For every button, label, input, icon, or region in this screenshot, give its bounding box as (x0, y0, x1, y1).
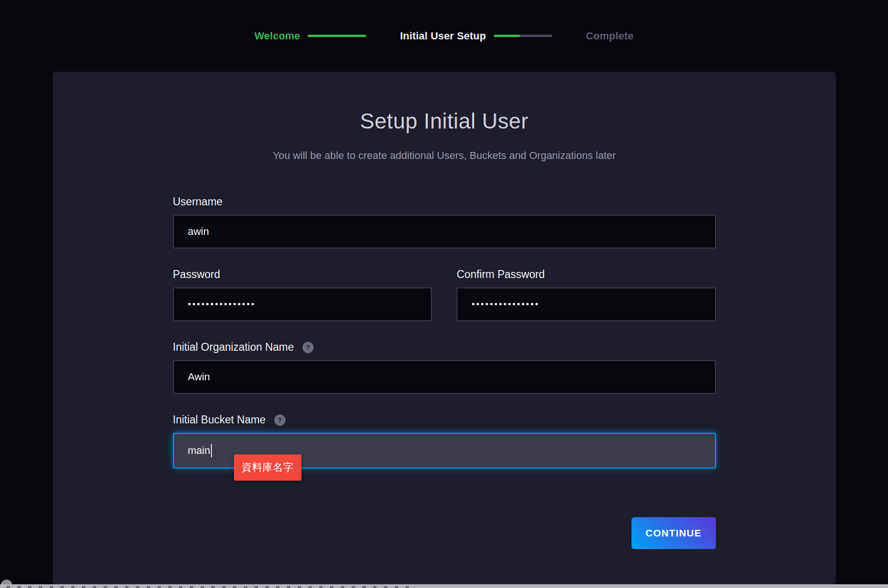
username-row: Username (173, 196, 716, 249)
confirm-password-field: Confirm Password (457, 268, 716, 321)
background-window-edge (0, 584, 888, 588)
stepper-step-complete: Complete (586, 30, 634, 42)
password-input[interactable] (173, 287, 432, 321)
organization-help-icon[interactable]: ? (302, 342, 314, 353)
setup-card: Setup Initial User You will be able to c… (53, 72, 836, 585)
page-title: Setup Initial User (53, 108, 836, 134)
username-input[interactable] (173, 215, 716, 249)
stepper-step-welcome: Welcome (255, 30, 367, 42)
initial-user-form: Username Password Confirm Password (173, 196, 716, 549)
password-row: Password Confirm Password (173, 268, 716, 321)
bucket-label: Initial Bucket Name (173, 414, 266, 426)
username-label: Username (173, 196, 223, 208)
stepper-step-initial-user-setup: Initial User Setup (400, 30, 552, 42)
password-label: Password (173, 268, 220, 281)
page-subtitle: You will be able to create additional Us… (53, 150, 836, 162)
password-field: Password (173, 268, 432, 321)
text-caret (211, 444, 212, 457)
bucket-annotation-tooltip: 資料庫名字 (234, 454, 301, 481)
organization-input[interactable] (173, 360, 716, 394)
confirm-password-label: Confirm Password (457, 268, 545, 281)
stepper-progress-line-1 (308, 35, 366, 37)
organization-row: Initial Organization Name ? (173, 341, 716, 394)
stepper-step-complete-label: Complete (586, 30, 634, 42)
continue-button[interactable]: CONTINUE (632, 517, 716, 549)
form-actions: CONTINUE (173, 517, 716, 549)
setup-wizard-page: Welcome Initial User Setup Complete Setu… (0, 0, 888, 588)
bucket-input-value: main (188, 445, 211, 457)
stepper-step-welcome-label: Welcome (255, 30, 301, 42)
stepper-progress-line-2 (494, 35, 552, 37)
stepper-step-initial-user-setup-label: Initial User Setup (400, 30, 486, 42)
confirm-password-input[interactable] (457, 287, 716, 321)
wizard-stepper: Welcome Initial User Setup Complete (0, 0, 888, 72)
bucket-row: Initial Bucket Name ? main 資料庫名字 (173, 414, 716, 468)
bucket-help-icon[interactable]: ? (274, 415, 286, 426)
organization-label: Initial Organization Name (173, 341, 294, 354)
